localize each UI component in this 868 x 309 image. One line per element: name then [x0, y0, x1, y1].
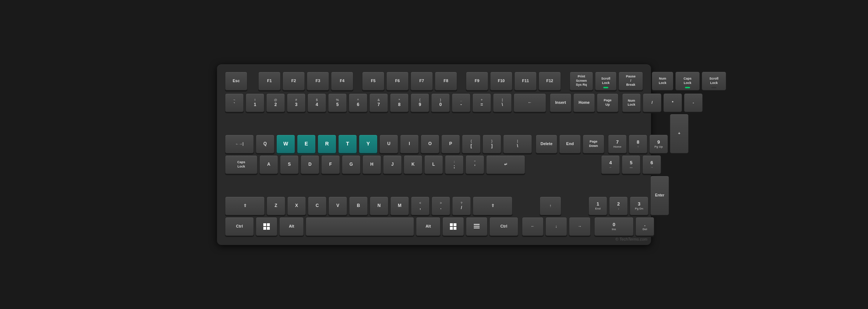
key-3[interactable]: # 3: [287, 93, 306, 112]
key-semicolon[interactable]: : ;: [445, 155, 464, 174]
key-np8[interactable]: 8 ↑: [629, 135, 647, 153]
key-8[interactable]: * 8: [390, 93, 409, 112]
key-right[interactable]: →: [569, 217, 591, 236]
key-lctrl[interactable]: Ctrl: [225, 217, 254, 236]
key-c[interactable]: C: [308, 196, 327, 215]
key-np-mul[interactable]: *: [663, 93, 682, 112]
key-np-enter[interactable]: Enter: [650, 176, 669, 215]
key-caps-lock[interactable]: CapsLock: [225, 155, 258, 174]
key-u[interactable]: U: [379, 135, 398, 153]
key-np6[interactable]: 6 →: [642, 155, 661, 174]
key-r[interactable]: R: [318, 135, 336, 153]
key-i[interactable]: I: [400, 135, 419, 153]
key-f9[interactable]: F9: [466, 72, 488, 90]
key-o[interactable]: O: [421, 135, 439, 153]
key-lbracket[interactable]: { [: [462, 135, 481, 153]
key-k[interactable]: K: [404, 155, 422, 174]
key-backtick[interactable]: ~ `: [225, 93, 244, 112]
key-m[interactable]: M: [390, 196, 409, 215]
key-9[interactable]: ( 9: [410, 93, 429, 112]
key-quote[interactable]: " ': [465, 155, 484, 174]
key-j[interactable]: J: [383, 155, 402, 174]
key-f12[interactable]: F12: [539, 72, 561, 90]
key-rctrl[interactable]: Ctrl: [489, 217, 518, 236]
key-equals[interactable]: + =: [472, 93, 491, 112]
key-f[interactable]: F: [321, 155, 340, 174]
key-scroll-lock2[interactable]: ScrollLock: [702, 72, 726, 90]
key-np1[interactable]: 1 End: [588, 196, 607, 215]
key-2[interactable]: @ 2: [266, 93, 285, 112]
key-f1[interactable]: F1: [258, 72, 281, 90]
key-h[interactable]: H: [362, 155, 381, 174]
key-t[interactable]: T: [338, 135, 357, 153]
key-enter[interactable]: ↵: [486, 155, 525, 174]
key-f5[interactable]: F5: [362, 72, 384, 90]
key-f4[interactable]: F4: [331, 72, 353, 90]
key-n[interactable]: N: [370, 196, 388, 215]
key-d[interactable]: D: [301, 155, 319, 174]
key-np3[interactable]: 3 Pg Dn: [630, 196, 648, 215]
key-backspace[interactable]: ←: [514, 93, 546, 112]
key-np-num-lock[interactable]: NumLock: [622, 93, 641, 112]
key-lwin[interactable]: [256, 217, 277, 236]
key-p[interactable]: P: [441, 135, 460, 153]
key-np-minus[interactable]: -: [684, 93, 703, 112]
key-v[interactable]: V: [328, 196, 347, 215]
key-b[interactable]: B: [349, 196, 368, 215]
key-w[interactable]: W: [276, 135, 295, 153]
key-space[interactable]: [306, 217, 414, 236]
key-np7[interactable]: 7 Home: [608, 135, 627, 153]
key-g[interactable]: G: [342, 155, 361, 174]
key-end[interactable]: End: [559, 135, 581, 153]
key-f10[interactable]: F10: [490, 72, 512, 90]
key-scroll-lock[interactable]: ScrollLock: [595, 72, 617, 90]
key-lshift[interactable]: ⇧: [225, 196, 265, 215]
key-np-div[interactable]: /: [643, 93, 661, 112]
key-e[interactable]: E: [297, 135, 316, 153]
key-s[interactable]: S: [280, 155, 299, 174]
key-up[interactable]: ↑: [540, 196, 561, 215]
key-down[interactable]: ↓: [545, 217, 567, 236]
key-minus[interactable]: _ -: [452, 93, 471, 112]
key-comma[interactable]: < ,: [411, 196, 430, 215]
key-page-up[interactable]: PageUp: [597, 93, 618, 112]
key-caps-lock-top[interactable]: CapsLock: [675, 72, 700, 90]
key-period[interactable]: > .: [431, 196, 450, 215]
key-insert[interactable]: Insert: [550, 93, 571, 112]
key-backslash[interactable]: | \: [503, 135, 532, 153]
key-np2[interactable]: 2 ↓: [609, 196, 628, 215]
key-x[interactable]: X: [287, 196, 306, 215]
key-0[interactable]: ) 0: [431, 93, 450, 112]
key-np-plus[interactable]: +: [670, 114, 689, 153]
key-np9[interactable]: 9 Pg Up: [649, 135, 668, 153]
key-slash[interactable]: ? /: [452, 196, 471, 215]
key-np0[interactable]: 0 Ins: [594, 217, 634, 236]
key-num-lock[interactable]: NumLock: [652, 72, 673, 90]
key-f11[interactable]: F11: [514, 72, 537, 90]
key-delete[interactable]: Delete: [536, 135, 557, 153]
key-lalt[interactable]: Alt: [279, 217, 304, 236]
key-rbracket[interactable]: } ]: [482, 135, 501, 153]
key-4[interactable]: $ 4: [307, 93, 326, 112]
key-left[interactable]: ←: [522, 217, 544, 236]
key-f6[interactable]: F6: [386, 72, 409, 90]
key-f3[interactable]: F3: [307, 72, 329, 90]
key-f2[interactable]: F2: [282, 72, 305, 90]
key-z[interactable]: Z: [267, 196, 285, 215]
key-7[interactable]: & 7: [369, 93, 388, 112]
key-np-dot[interactable]: . Del: [635, 217, 654, 236]
key-f8[interactable]: F8: [435, 72, 457, 90]
key-np5[interactable]: 5 —: [622, 155, 641, 174]
key-home[interactable]: Home: [573, 93, 595, 112]
key-np4[interactable]: 4 ←: [601, 155, 620, 174]
key-y[interactable]: Y: [359, 135, 378, 153]
key-q[interactable]: Q: [256, 135, 275, 153]
key-rwin[interactable]: [442, 217, 464, 236]
key-ralt[interactable]: Alt: [416, 217, 441, 236]
key-tab[interactable]: ←→|: [225, 135, 254, 153]
key-l[interactable]: L: [424, 155, 443, 174]
key-1[interactable]: ! 1: [246, 93, 264, 112]
key-backslash-num[interactable]: | \: [493, 93, 512, 112]
key-esc[interactable]: Esc: [225, 72, 247, 90]
key-page-down[interactable]: PageDown: [583, 135, 604, 153]
